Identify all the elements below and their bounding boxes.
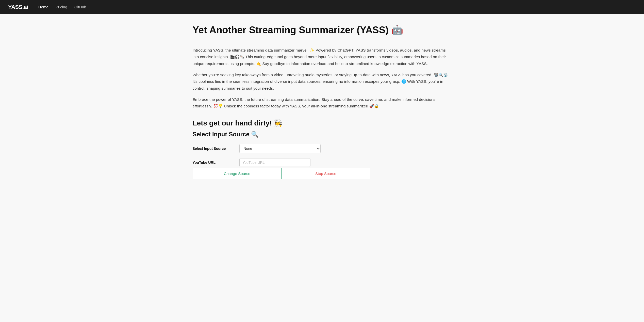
description-section: Introducing YASS, the ultimate streaming… — [193, 47, 452, 110]
youtube-url-label: YouTube URL — [193, 160, 233, 165]
form-section: Select Input Source None YouTube Audio N… — [193, 144, 370, 167]
nav-link-home[interactable]: Home — [38, 5, 48, 9]
hands-dirty-section: Lets get our hand dirty! 🧑‍🍳 Select Inpu… — [193, 119, 452, 179]
navbar: YASS.ai Home Pricing GitHub — [0, 0, 644, 14]
description-paragraph-1: Introducing YASS, the ultimate streaming… — [193, 47, 452, 67]
youtube-url-input[interactable] — [239, 158, 310, 167]
nav-item-home[interactable]: Home — [38, 5, 48, 9]
nav-item-pricing[interactable]: Pricing — [56, 5, 67, 9]
description-paragraph-2: Whether you're seeking key takeaways fro… — [193, 72, 452, 92]
select-input-title: Select Input Source 🔍 — [193, 131, 452, 138]
main-content: Yet Another Streaming Summarizer (YASS) … — [183, 14, 462, 195]
page-title: Yet Another Streaming Summarizer (YASS) … — [193, 24, 452, 41]
youtube-url-row: YouTube URL — [193, 158, 370, 167]
select-input-source[interactable]: None YouTube Audio News — [239, 144, 321, 153]
youtube-url-wrapper — [239, 158, 370, 167]
buttons-row: Change Source Stop Source — [193, 168, 370, 179]
nav-brand[interactable]: YASS.ai — [8, 4, 28, 10]
select-input-row: Select Input Source None YouTube Audio N… — [193, 144, 370, 153]
select-input-wrapper: None YouTube Audio News — [239, 144, 370, 153]
nav-links: Home Pricing GitHub — [38, 5, 86, 9]
change-source-button[interactable]: Change Source — [193, 168, 282, 179]
stop-source-button[interactable]: Stop Source — [282, 168, 370, 179]
nav-link-pricing[interactable]: Pricing — [56, 5, 67, 9]
nav-link-github[interactable]: GitHub — [74, 5, 86, 9]
description-paragraph-3: Embrace the power of YASS, the future of… — [193, 96, 452, 110]
hands-dirty-title: Lets get our hand dirty! 🧑‍🍳 — [193, 119, 452, 127]
select-input-label: Select Input Source — [193, 147, 233, 151]
nav-item-github[interactable]: GitHub — [74, 5, 86, 9]
